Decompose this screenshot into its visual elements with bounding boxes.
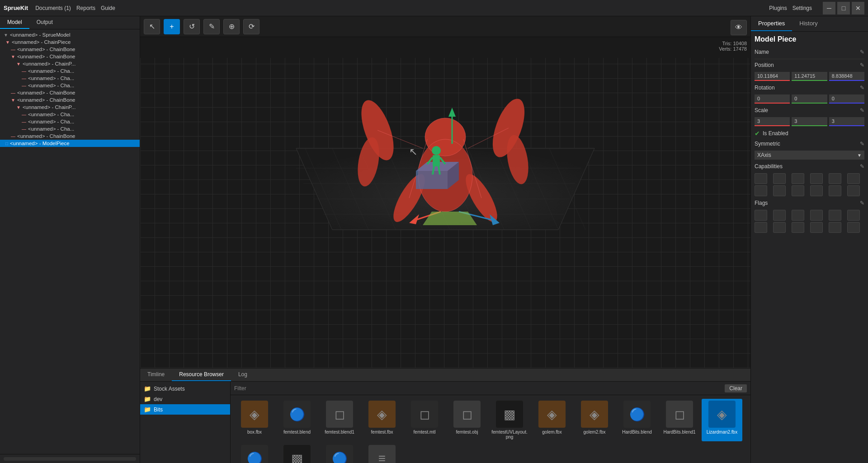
capabilities-edit-button[interactable]: ✎ [860, 163, 864, 170]
cap-cell-1[interactable] [755, 173, 767, 184]
tab-output[interactable]: Output [29, 16, 60, 29]
asset-item[interactable]: ▩femtestUVLayout.png [489, 399, 530, 441]
asset-item[interactable]: ◻femtest.mtl [404, 399, 445, 441]
cap-cell-8[interactable] [773, 185, 786, 196]
asset-item[interactable]: ◈golem.fbx [532, 399, 572, 441]
asset-item[interactable]: ◻HardBits.blend1 [659, 399, 700, 441]
tab-timeline[interactable]: Timline [140, 369, 172, 381]
flag-cell-4[interactable] [810, 210, 823, 221]
target-tool-button[interactable]: ⊕ [223, 19, 240, 34]
asset-item[interactable]: ◈Lizardman2.fbx [702, 399, 742, 441]
menu-reports[interactable]: Reports [76, 5, 95, 11]
maximize-button[interactable]: □ [837, 2, 850, 14]
minimize-button[interactable]: ─ [823, 2, 835, 14]
scale-y-input[interactable] [792, 117, 827, 126]
rotation-z-input[interactable] [829, 94, 864, 104]
flag-cell-5[interactable] [829, 210, 841, 221]
tree-item[interactable]: □<unnamed> - ModelPiece [0, 140, 140, 147]
settings-link[interactable]: Settings [793, 5, 812, 11]
menu-documents[interactable]: Documents (1) [35, 5, 71, 11]
rotation-x-input[interactable] [755, 94, 790, 104]
menu-guide[interactable]: Guide [101, 5, 115, 11]
tree-item[interactable]: —<unnamed> - ChainBone [0, 132, 140, 140]
flag-cell-2[interactable] [773, 210, 786, 221]
asset-item[interactable]: ▩normal.png [277, 443, 317, 463]
tab-history[interactable]: History [792, 16, 825, 31]
tab-resource-browser[interactable]: Resource Browser [172, 369, 231, 381]
asset-item[interactable]: ≡TestGraph.xml [362, 443, 402, 463]
scale-edit-button[interactable]: ✎ [860, 107, 864, 113]
tree-item[interactable]: —<unnamed> - Cha... [0, 82, 140, 89]
asset-item[interactable]: 🔵rifle0.blend [319, 443, 360, 463]
folder-dev[interactable]: 📁 dev [140, 394, 230, 404]
cap-cell-12[interactable] [847, 185, 860, 196]
cap-cell-11[interactable] [829, 185, 841, 196]
tree-item[interactable]: ▼<unnamed> - ChainP... [0, 104, 140, 111]
tree-item[interactable]: —<unnamed> - Cha... [0, 125, 140, 132]
symmetric-edit-button[interactable]: ✎ [860, 141, 864, 147]
flags-edit-button[interactable]: ✎ [860, 200, 864, 206]
cap-cell-6[interactable] [847, 173, 860, 184]
cap-cell-7[interactable] [755, 185, 767, 196]
tree-item[interactable]: ▼<unnamed> - SprueModel [0, 31, 140, 38]
position-x-input[interactable] [755, 72, 790, 81]
plugins-link[interactable]: Plugins [769, 5, 787, 11]
tree-item[interactable]: ▼<unnamed> - ChainPiece [0, 38, 140, 46]
asset-item[interactable]: 🔵m160.blend [234, 443, 275, 463]
select-tool-button[interactable]: ↖ [144, 19, 160, 34]
eye-button[interactable]: 👁 [731, 20, 747, 35]
tree-item[interactable]: —<unnamed> - Cha... [0, 75, 140, 82]
asset-item[interactable]: ◻femtest.obj [447, 399, 487, 441]
cap-cell-3[interactable] [792, 173, 804, 184]
horizontal-scrollbar[interactable] [4, 457, 136, 461]
tree-item[interactable]: ▼<unnamed> - ChainP... [0, 60, 140, 67]
is-enabled-checkbox[interactable]: ✔ [755, 130, 760, 137]
flag-cell-7[interactable] [755, 222, 767, 233]
filter-input[interactable] [250, 385, 722, 392]
left-panel-scrollbar[interactable] [0, 454, 140, 463]
flag-cell-11[interactable] [829, 222, 841, 233]
cap-cell-10[interactable] [810, 185, 823, 196]
position-edit-button[interactable]: ✎ [860, 62, 864, 68]
xaxis-select[interactable]: XAxis ▼ [755, 151, 864, 160]
scale-z-input[interactable] [829, 117, 864, 126]
flag-cell-10[interactable] [810, 222, 823, 233]
close-button[interactable]: ✕ [852, 2, 864, 14]
cap-cell-4[interactable] [810, 173, 823, 184]
clear-button[interactable]: Clear [725, 384, 747, 392]
flag-cell-8[interactable] [773, 222, 786, 233]
asset-item[interactable]: 🔵HardBits.blend [617, 399, 657, 441]
rotation-y-input[interactable] [792, 94, 827, 104]
cap-cell-9[interactable] [792, 185, 804, 196]
cap-cell-5[interactable] [829, 173, 841, 184]
tab-model[interactable]: Model [0, 16, 29, 29]
asset-item[interactable]: ◻femtest.blend1 [319, 399, 360, 441]
asset-item[interactable]: ◈golem2.fbx [574, 399, 615, 441]
tree-item[interactable]: —<unnamed> - ChainBone [0, 46, 140, 53]
position-z-input[interactable] [829, 72, 864, 81]
cap-cell-2[interactable] [773, 173, 786, 184]
viewport[interactable]: ↖ + ↺ ✎ ⊕ ⟳ 👁 Tris: 10408 Verts: 17478 [140, 16, 750, 368]
asset-item[interactable]: ◈box.fbx [234, 399, 275, 441]
position-y-input[interactable] [792, 72, 827, 81]
name-edit-button[interactable]: ✎ [860, 49, 864, 55]
tree-item[interactable]: —<unnamed> - ChainBone [0, 89, 140, 96]
folder-stock-assets[interactable]: 📁 Stock Assets [140, 383, 230, 394]
add-tool-button[interactable]: + [164, 19, 180, 34]
flag-cell-1[interactable] [755, 210, 767, 221]
tab-log[interactable]: Log [231, 369, 255, 381]
asset-item[interactable]: ◈femtest.fbx [362, 399, 402, 441]
rotation-edit-button[interactable]: ✎ [860, 85, 864, 91]
scale-x-input[interactable] [755, 117, 790, 126]
flag-cell-9[interactable] [792, 222, 804, 233]
flag-cell-6[interactable] [847, 210, 860, 221]
tree-item[interactable]: ▼<unnamed> - ChainBone [0, 96, 140, 104]
folder-bits[interactable]: 📁 Bits [140, 404, 230, 415]
rotate-tool-button[interactable]: ↺ [184, 19, 200, 34]
tree-item[interactable]: —<unnamed> - Cha... [0, 67, 140, 75]
tab-properties[interactable]: Properties [751, 16, 792, 31]
tree-item[interactable]: —<unnamed> - Cha... [0, 111, 140, 118]
flag-cell-12[interactable] [847, 222, 860, 233]
tree-item[interactable]: ▼<unnamed> - ChainBone [0, 53, 140, 60]
asset-item[interactable]: 🔵femtest.blend [277, 399, 317, 441]
